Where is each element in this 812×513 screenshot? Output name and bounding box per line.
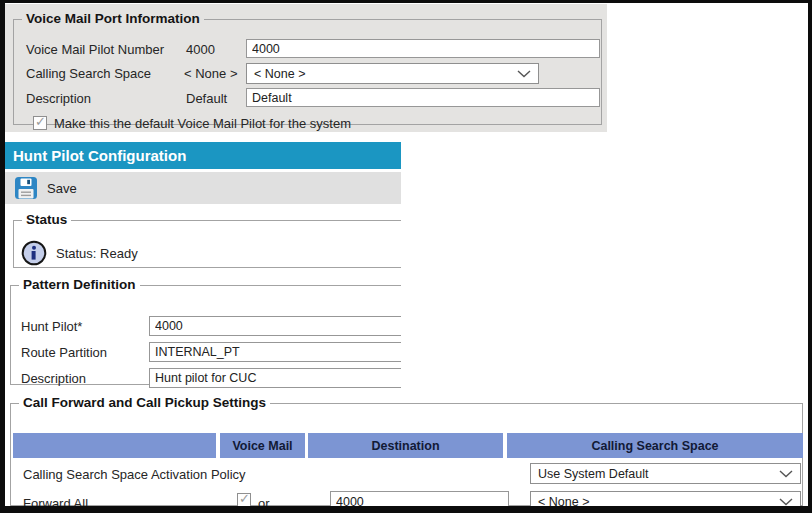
status-row: Status: Ready xyxy=(21,240,138,266)
status-text: Status: Ready xyxy=(56,246,138,261)
calling-search-space-current-value: < None > xyxy=(184,66,238,81)
voice-mail-pilot-number-input[interactable] xyxy=(246,39,600,58)
status-legend: Status xyxy=(22,213,71,227)
info-icon xyxy=(21,240,47,266)
calling-search-space-select[interactable]: < None > xyxy=(246,63,539,84)
chevron-down-icon xyxy=(779,498,793,506)
css-activation-policy-label: Calling Search Space Activation Policy xyxy=(23,467,246,482)
route-partition-label: Route Partition xyxy=(21,345,107,360)
table-header-blank xyxy=(13,433,216,458)
table-header-voice-mail: Voice Mail xyxy=(220,433,305,458)
css-activation-policy-select[interactable]: Use System Default xyxy=(530,463,801,484)
table-header-calling-search-space: Calling Search Space xyxy=(507,433,803,458)
hunt-pilot-configuration-section: Hunt Pilot Configuration Save Status xyxy=(5,142,401,392)
route-partition-input[interactable] xyxy=(149,342,401,362)
pattern-description-label: Description xyxy=(21,371,86,386)
toolbar: Save xyxy=(5,172,401,204)
pattern-definition-legend: Pattern Definition xyxy=(19,278,140,292)
save-button-label: Save xyxy=(47,181,77,196)
voice-mail-port-panel: Voice Mail Port Information Voice Mail P… xyxy=(5,4,607,132)
chevron-down-icon xyxy=(517,70,531,78)
pattern-definition-fieldset: Pattern Definition Hunt Pilot* Route Par… xyxy=(10,278,401,385)
forward-all-destination-input[interactable] xyxy=(330,491,509,512)
forward-all-css-select-value: < None > xyxy=(538,495,589,509)
forward-all-or-label: or xyxy=(258,496,270,511)
description-input[interactable] xyxy=(246,88,600,107)
description-label: Description xyxy=(26,91,91,106)
calling-search-space-label: Calling Search Space xyxy=(26,66,151,81)
pattern-description-input[interactable] xyxy=(149,368,401,388)
default-voice-mail-pilot-checkbox[interactable] xyxy=(33,116,47,130)
default-voice-mail-pilot-checkbox-label: Make this the default Voice Mail Pilot f… xyxy=(54,116,351,131)
voice-mail-port-legend: Voice Mail Port Information xyxy=(22,12,204,26)
call-forward-legend: Call Forward and Call Pickup Settings xyxy=(19,396,270,410)
save-button[interactable]: Save xyxy=(14,176,77,200)
status-fieldset: Status Status: Ready xyxy=(13,213,401,268)
voice-mail-pilot-number-current-value: 4000 xyxy=(186,42,215,57)
table-header-destination: Destination xyxy=(308,433,503,458)
call-forward-fieldset: Call Forward and Call Pickup Settings Vo… xyxy=(10,396,803,506)
page-title: Hunt Pilot Configuration xyxy=(13,147,186,164)
save-floppy-icon xyxy=(14,176,38,200)
screenshot-frame: Voice Mail Port Information Voice Mail P… xyxy=(0,0,812,513)
voice-mail-pilot-number-label: Voice Mail Pilot Number xyxy=(26,42,164,57)
forward-all-label: Forward All xyxy=(23,496,88,511)
description-current-value: Default xyxy=(186,91,227,106)
hunt-pilot-label: Hunt Pilot* xyxy=(21,319,82,334)
calling-search-space-select-value: < None > xyxy=(254,67,305,81)
css-activation-policy-select-value: Use System Default xyxy=(538,467,648,481)
page-title-bar: Hunt Pilot Configuration xyxy=(5,142,401,169)
voice-mail-port-fieldset: Voice Mail Port Information Voice Mail P… xyxy=(13,12,602,125)
chevron-down-icon xyxy=(779,470,793,478)
forward-all-css-select[interactable]: < None > xyxy=(530,491,801,512)
hunt-pilot-input[interactable] xyxy=(149,316,401,336)
forward-all-voice-mail-checkbox[interactable] xyxy=(237,493,251,507)
